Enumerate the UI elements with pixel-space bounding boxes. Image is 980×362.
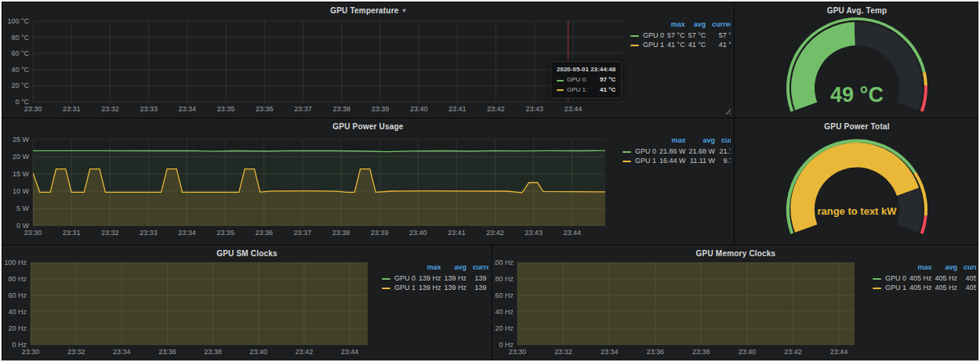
x-axis-label: 23:42 [296,348,314,356]
legend-header-max[interactable]: max [658,136,688,147]
panel-title-gpu-power-total[interactable]: GPU Power Total [736,120,978,133]
legend-value: 139 Hz [417,283,443,292]
legend-value: 41 °C [687,40,708,49]
x-axis-label: 23:30 [24,229,42,237]
x-axis-label: 23:41 [448,105,466,113]
legend-value: 139 Hz [468,283,488,292]
x-axis-label: 23:30 [24,105,42,113]
legend-row: GPU 1405 Hz405 Hz405 Hz [871,283,976,292]
y-axis-label: 20 W [13,153,30,161]
tooltip-timestamp: 2020-05-01 23:44:48 [557,65,615,74]
panel-title-text: GPU SM Clocks [216,249,278,258]
legend-value: 139 Hz [417,273,443,283]
legend-series-gpu-1[interactable]: GPU 1 [629,40,666,49]
legend-series-gpu-1[interactable]: GPU 1 [871,283,908,292]
legend-header-avg[interactable]: avg [443,263,469,273]
legend-value: 57 °C [707,31,731,40]
x-axis-label: 23:34 [113,348,131,356]
sm-clocks-legend: maxavgcurrentGPU 0139 Hz139 Hz139 HzGPU … [376,260,488,360]
y-axis-label: 60 °C [11,49,29,57]
legend-value: 16.44 W [658,156,688,165]
legend-header-current[interactable]: current [959,263,976,273]
legend-header-avg[interactable]: avg [688,136,717,147]
panel-title-text: GPU Avg. Temp [827,6,887,15]
x-axis-label: 23:34 [178,229,196,237]
x-axis-label: 23:36 [256,105,274,113]
graph-tooltip: 2020-05-01 23:44:48 GPU 0:57 °CGPU 1:41 … [550,61,622,99]
sm-clocks-chart[interactable]: 0 Hz20 Hz40 Hz60 Hz80 Hz100 Hz23:3023:32… [4,260,376,360]
y-axis-label: 10 W [13,187,30,195]
x-axis-label: 23:30 [22,348,40,356]
legend-value: 405 Hz [908,273,934,283]
panel-title-text: GPU Memory Clocks [696,249,776,258]
legend-value: 57 °C [687,31,708,40]
x-axis-label: 23:42 [486,229,504,237]
x-axis-label: 23:44 [830,348,848,356]
legend-value: 405 Hz [959,283,976,292]
legend-header-avg[interactable]: avg [934,263,960,273]
legend-series-gpu-0[interactable]: GPU 0 [621,147,658,156]
legend-series-gpu-1[interactable]: GPU 1 [380,283,417,292]
x-axis-label: 23:31 [63,105,81,113]
legend-value: 405 Hz [959,273,976,283]
x-axis-label: 23:34 [179,105,197,113]
legend-header-avg[interactable]: avg [687,20,708,31]
panel-title-gpu-sm-clocks[interactable]: GPU SM Clocks [4,247,490,260]
legend-header-spacer [621,136,658,147]
legend-header-current[interactable]: current [717,136,731,147]
x-axis-label: 23:36 [255,229,273,237]
chevron-down-icon: ▾ [403,8,406,14]
x-axis-label: 23:34 [601,348,619,356]
memory-clocks-chart[interactable]: 0 Hz20 Hz40 Hz60 Hz80 Hz100 Hz23:3023:32… [494,260,866,360]
legend-series-gpu-0[interactable]: GPU 0 [629,31,666,40]
legend-header-current[interactable]: current [468,263,488,273]
x-axis-label: 23:35 [217,105,235,113]
legend-row: GPU 1139 Hz139 Hz139 Hz [380,283,488,292]
legend-header-current[interactable]: current [707,20,731,31]
legend-header-spacer [629,20,666,31]
tooltip-series-row: GPU 0:57 °C [557,75,615,85]
series-color-marker-icon [622,151,631,153]
legend-series-gpu-0[interactable]: GPU 0 [871,273,908,283]
x-axis-label: 23:38 [332,229,350,237]
panel-title-gpu-memory-clocks[interactable]: GPU Memory Clocks [494,247,978,260]
gauge-value-text: 49 °C [830,83,884,107]
legend-value: 405 Hz [908,283,934,292]
panel-title-gpu-temperature[interactable]: GPU Temperature ▾ [4,4,732,17]
temperature-legend: maxavgcurrentGPU 057 °C57 °C57 °CGPU 141… [624,17,731,116]
legend-series-gpu-1[interactable]: GPU 1 [621,156,658,165]
panel-title-gpu-avg-temp[interactable]: GPU Avg. Temp [736,4,978,17]
y-axis-label: 20 °C [11,81,29,89]
gauge-empty-bar [897,188,923,233]
gauge-value-text: range to text kW [817,205,897,217]
x-axis-label: 23:33 [140,229,158,237]
tooltip-series-value: 41 °C [592,85,615,95]
y-axis-label: 40 Hz [495,308,514,316]
x-axis-label: 23:37 [294,229,312,237]
y-axis-label: 100 °C [7,17,29,25]
x-axis-label: 23:40 [409,229,427,237]
panel-gpu-power-usage: GPU Power Usage 0 W5 W10 W15 W20 W25 W23… [3,119,733,244]
legend-row: GPU 0405 Hz405 Hz405 Hz [871,273,976,283]
y-axis-label: 80 °C [11,34,29,42]
series-color-marker-icon [873,288,881,289]
legend-series-gpu-0[interactable]: GPU 0 [380,273,417,283]
panel-gpu-power-total: GPU Power Total range to text kW [735,119,978,244]
legend-value: 41 °C [666,40,687,49]
legend-header-max[interactable]: max [908,263,934,273]
legend-header-spacer [871,263,908,273]
power-usage-chart[interactable]: 0 W5 W10 W15 W20 W25 W23:3023:3123:3223:… [4,133,616,243]
legend-header-max[interactable]: max [666,20,687,31]
x-axis-label: 23:38 [332,105,350,113]
legend-value: 9.79 W [717,156,731,165]
panel-title-gpu-power-usage[interactable]: GPU Power Usage [4,120,732,133]
panel-gpu-avg-temp: GPU Avg. Temp 49 °C [735,3,978,117]
x-axis-label: 23:31 [63,229,81,237]
legend-value: 41 °C [707,40,731,49]
x-axis-label: 23:44 [341,348,359,356]
temperature-chart[interactable]: 0 °C20 °C40 °C60 °C80 °C100 °C23:3023:31… [4,17,624,116]
x-axis-label: 23:37 [294,105,312,113]
y-axis-label: 60 Hz [495,291,514,299]
x-axis-label: 23:38 [692,348,710,356]
legend-header-max[interactable]: max [417,263,443,273]
